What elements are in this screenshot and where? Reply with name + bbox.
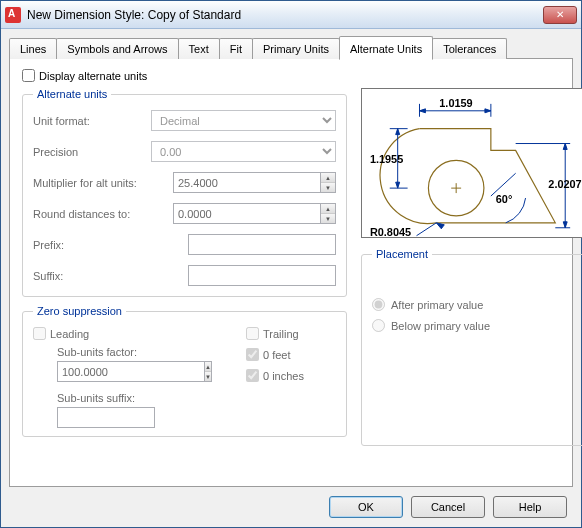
sub-factor-input[interactable] [57,361,204,382]
display-alternate-units-label: Display alternate units [39,70,147,82]
inches-checkbox[interactable] [246,369,259,382]
precision-select[interactable]: 0.00 [151,141,336,162]
titlebar: New Dimension Style: Copy of Standard ✕ [1,1,581,29]
inches-label: 0 inches [263,370,304,382]
unit-format-select[interactable]: Decimal [151,110,336,131]
leading-label: Leading [50,328,89,340]
feet-checkbox[interactable] [246,348,259,361]
tab-lines[interactable]: Lines [9,38,57,59]
precision-label: Precision [33,146,151,158]
alternate-units-group: Alternate units Unit format: Decimal Pre… [22,88,347,297]
svg-text:60°: 60° [496,193,512,205]
ok-button[interactable]: OK [329,496,403,518]
zero-suppression-group: Zero suppression Leading Sub-units facto… [22,305,347,437]
help-button[interactable]: Help [493,496,567,518]
display-alternate-units-checkbox[interactable] [22,69,35,82]
tab-text[interactable]: Text [178,38,220,59]
dimension-style-dialog: New Dimension Style: Copy of Standard ✕ … [0,0,582,528]
tab-primary-units[interactable]: Primary Units [252,38,340,59]
tab-fit[interactable]: Fit [219,38,253,59]
window-title: New Dimension Style: Copy of Standard [27,8,543,22]
below-primary-radio[interactable] [372,319,385,332]
prefix-label: Prefix: [33,239,151,251]
sub-factor-label: Sub-units factor: [57,346,216,358]
close-button[interactable]: ✕ [543,6,577,24]
round-input[interactable] [173,203,320,224]
tab-tolerances[interactable]: Tolerances [432,38,507,59]
below-primary-label: Below primary value [391,320,490,332]
prefix-input[interactable] [188,234,336,255]
placement-group: Placement After primary value Below prim… [361,248,582,446]
tab-strip: Lines Symbols and Arrows Text Fit Primar… [9,35,573,59]
svg-text:2.0207: 2.0207 [548,178,581,190]
trailing-label: Trailing [263,328,299,340]
cancel-button[interactable]: Cancel [411,496,485,518]
leading-checkbox[interactable] [33,327,46,340]
svg-text:R0.8045: R0.8045 [370,226,411,238]
multiplier-spinner[interactable]: ▲▼ [320,172,336,193]
round-spinner[interactable]: ▲▼ [320,203,336,224]
alternate-units-legend: Alternate units [33,88,111,100]
suffix-label: Suffix: [33,270,151,282]
app-icon [5,7,21,23]
tab-alternate-units[interactable]: Alternate Units [339,36,433,60]
multiplier-label: Multiplier for alt units: [33,177,173,189]
multiplier-input[interactable] [173,172,320,193]
placement-legend: Placement [372,248,432,260]
trailing-checkbox[interactable] [246,327,259,340]
zero-suppression-legend: Zero suppression [33,305,126,317]
round-label: Round distances to: [33,208,173,220]
svg-text:1.0159: 1.0159 [439,97,472,109]
after-primary-label: After primary value [391,299,483,311]
feet-label: 0 feet [263,349,291,361]
svg-text:1.1955: 1.1955 [370,153,403,165]
after-primary-radio[interactable] [372,298,385,311]
sub-suffix-input[interactable] [57,407,155,428]
tab-symbols-arrows[interactable]: Symbols and Arrows [56,38,178,59]
tab-page-alternate-units: Display alternate units Alternate units … [9,58,573,487]
unit-format-label: Unit format: [33,115,151,127]
dialog-footer: OK Cancel Help [1,487,581,527]
sub-factor-spinner[interactable]: ▲▼ [204,361,212,382]
preview-image: 1.0159 1.1955 2.0207 R0.8045 60° [361,88,582,238]
suffix-input[interactable] [188,265,336,286]
sub-suffix-label: Sub-units suffix: [57,392,216,404]
